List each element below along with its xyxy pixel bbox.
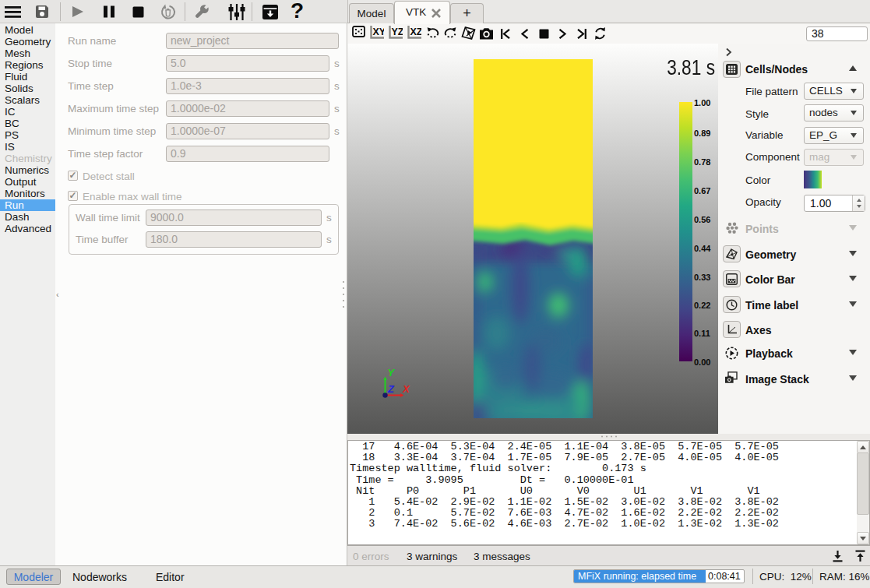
svg-text:Y: Y (388, 367, 396, 379)
svg-text:XZ: XZ (410, 26, 422, 37)
svg-text:YZ: YZ (392, 26, 403, 37)
svg-text:X: X (402, 383, 410, 395)
svg-text:Z: Z (387, 383, 395, 395)
svg-text:XY: XY (373, 26, 385, 37)
